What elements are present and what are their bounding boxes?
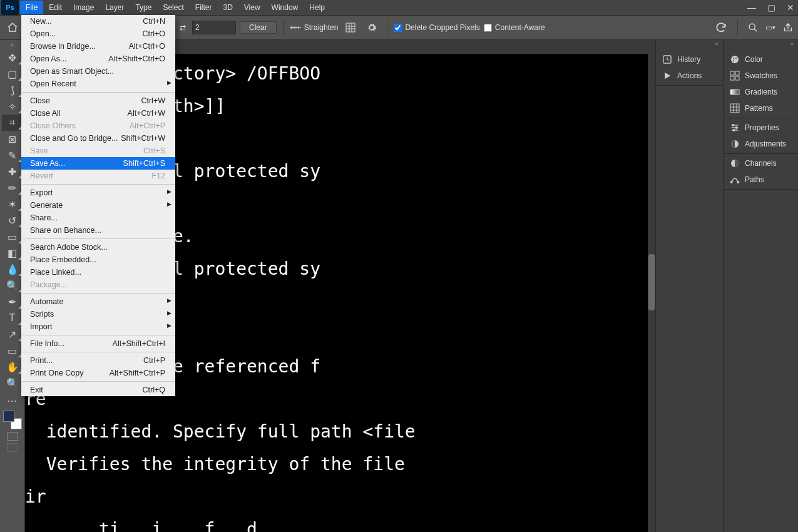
zoom-tool[interactable]: 🔍 bbox=[2, 375, 23, 391]
move-tool[interactable]: ✥ bbox=[2, 49, 23, 66]
right-panel-group-1: « HistoryActions bbox=[655, 40, 723, 532]
close-icon[interactable]: ✕ bbox=[787, 3, 794, 13]
search-icon[interactable] bbox=[748, 23, 758, 33]
vertical-scrollbar[interactable] bbox=[648, 54, 655, 532]
menuitem-import[interactable]: Import bbox=[21, 320, 175, 333]
clone-tool[interactable]: ✶ bbox=[2, 196, 23, 212]
menuitem-generate[interactable]: Generate bbox=[21, 199, 175, 212]
menuitem-exit[interactable]: ExitCtrl+Q bbox=[21, 384, 175, 396]
reset-icon[interactable] bbox=[715, 23, 727, 33]
menuitem-export[interactable]: Export bbox=[21, 187, 175, 199]
brush-tool[interactable]: ✏ bbox=[2, 180, 23, 196]
gradients-panel[interactable]: Gradients bbox=[724, 84, 798, 100]
titlebar: Ps FileEditImageLayerTypeSelectFilter3DV… bbox=[0, 0, 798, 15]
menuitem-close[interactable]: CloseCtrl+W bbox=[21, 95, 175, 107]
collapse-icon[interactable]: « bbox=[656, 40, 723, 50]
color-swatches[interactable] bbox=[3, 411, 22, 429]
properties-panel[interactable]: Properties bbox=[724, 120, 798, 136]
adjustments-panel[interactable]: Adjustments bbox=[724, 136, 798, 152]
menuitem-search-adobe-stock[interactable]: Search Adobe Stock... bbox=[21, 241, 175, 253]
menu-image[interactable]: Image bbox=[68, 1, 100, 14]
history-brush-tool[interactable]: ↺ bbox=[2, 212, 23, 228]
menuitem-browse-in-bridge[interactable]: Browse in Bridge...Alt+Ctrl+O bbox=[21, 40, 175, 53]
menu-file[interactable]: File bbox=[20, 1, 43, 14]
eraser-tool[interactable]: ▭ bbox=[2, 228, 23, 245]
menuitem-print-one-copy[interactable]: Print One CopyAlt+Shift+Ctrl+P bbox=[21, 367, 175, 379]
grid-icon[interactable] bbox=[342, 23, 359, 33]
menuitem-open-as-smart-object[interactable]: Open as Smart Object... bbox=[21, 65, 175, 78]
menuitem-open-recent[interactable]: Open Recent bbox=[21, 78, 175, 90]
svg-point-34 bbox=[733, 130, 735, 131]
swatches-panel[interactable]: Swatches bbox=[724, 68, 798, 84]
window-controls: — ▢ ✕ bbox=[747, 0, 794, 15]
content-aware-checkbox[interactable]: Content-Aware bbox=[484, 23, 545, 32]
menu-help[interactable]: Help bbox=[304, 1, 330, 14]
quickmask-icon[interactable] bbox=[7, 432, 18, 441]
frame-tool[interactable]: ⊠ bbox=[2, 131, 23, 147]
marquee-tool[interactable]: ▢ bbox=[2, 66, 23, 82]
screenmode-icon[interactable] bbox=[7, 443, 18, 452]
menuitem-new[interactable]: New...Ctrl+N bbox=[21, 15, 175, 28]
type-tool[interactable]: T bbox=[2, 310, 23, 326]
svg-rect-19 bbox=[730, 71, 734, 75]
home-icon[interactable] bbox=[4, 19, 21, 36]
edit-toolbar-icon[interactable]: ⋯ bbox=[7, 395, 18, 407]
paths-panel[interactable]: Paths bbox=[724, 171, 798, 188]
vector-icon bbox=[730, 175, 740, 185]
workspace-icon[interactable]: ▭▾ bbox=[765, 23, 775, 32]
color-panel[interactable]: Color bbox=[724, 51, 798, 68]
svg-point-16 bbox=[733, 58, 734, 59]
menu-select[interactable]: Select bbox=[157, 1, 189, 14]
path-tool[interactable]: ↗ bbox=[2, 326, 23, 342]
actions-panel[interactable]: Actions bbox=[656, 68, 723, 84]
patterns-panel[interactable]: Patterns bbox=[724, 100, 798, 116]
menuitem-place-linked[interactable]: Place Linked... bbox=[21, 266, 175, 279]
hand-tool[interactable]: ✋ bbox=[2, 359, 23, 375]
menuitem-share[interactable]: Share... bbox=[21, 212, 175, 224]
clear-button[interactable]: Clear bbox=[240, 21, 277, 34]
menuitem-file-info[interactable]: File Info...Alt+Shift+Ctrl+I bbox=[21, 337, 175, 350]
menuitem-open-as[interactable]: Open As...Alt+Shift+Ctrl+O bbox=[21, 53, 175, 65]
channels-panel[interactable]: Channels bbox=[724, 155, 798, 171]
dodge-tool[interactable]: 🔍 bbox=[2, 277, 23, 294]
play-icon bbox=[662, 71, 672, 81]
crop-tool[interactable]: ⌗ bbox=[2, 115, 23, 131]
rectangle-tool[interactable]: ▭ bbox=[2, 342, 23, 359]
magic-wand-tool[interactable]: ✧ bbox=[2, 98, 23, 115]
delete-cropped-checkbox[interactable]: Delete Cropped Pixels bbox=[394, 23, 479, 32]
ratio-height-input[interactable] bbox=[192, 21, 236, 34]
svg-point-33 bbox=[735, 127, 737, 129]
swap-icon[interactable]: ⇄ bbox=[176, 23, 190, 32]
menu-3d[interactable]: 3D bbox=[217, 1, 238, 14]
lasso-tool[interactable]: ⟆ bbox=[2, 82, 23, 98]
minimize-icon[interactable]: — bbox=[747, 3, 756, 13]
blur-tool[interactable]: 💧 bbox=[2, 261, 23, 277]
svg-rect-6 bbox=[346, 23, 355, 32]
menuitem-save-as[interactable]: Save As...Shift+Ctrl+S bbox=[21, 157, 175, 170]
gear-icon[interactable] bbox=[363, 23, 381, 33]
menu-window[interactable]: Window bbox=[266, 1, 304, 14]
eyedropper-tool[interactable]: ✎ bbox=[2, 147, 23, 163]
collapse-icon[interactable]: « bbox=[724, 40, 798, 50]
menu-layer[interactable]: Layer bbox=[100, 1, 130, 14]
menuitem-automate[interactable]: Automate bbox=[21, 295, 175, 308]
menuitem-place-embedded[interactable]: Place Embedded... bbox=[21, 253, 175, 266]
maximize-icon[interactable]: ▢ bbox=[767, 3, 775, 13]
menuitem-scripts[interactable]: Scripts bbox=[21, 308, 175, 320]
menuitem-open[interactable]: Open...Ctrl+O bbox=[21, 28, 175, 40]
menuitem-share-on-behance[interactable]: Share on Behance... bbox=[21, 224, 175, 237]
pen-tool[interactable]: ✒ bbox=[2, 294, 23, 310]
menuitem-print[interactable]: Print...Ctrl+P bbox=[21, 354, 175, 367]
menu-view[interactable]: View bbox=[238, 1, 266, 14]
straighten-icon[interactable]: Straighten bbox=[290, 23, 339, 32]
menu-type[interactable]: Type bbox=[130, 1, 157, 14]
menu-filter[interactable]: Filter bbox=[190, 1, 218, 14]
menuitem-close-all[interactable]: Close AllAlt+Ctrl+W bbox=[21, 107, 175, 120]
svg-point-37 bbox=[730, 182, 732, 183]
menuitem-close-and-go-to-bridge[interactable]: Close and Go to Bridge...Shift+Ctrl+W bbox=[21, 132, 175, 145]
healing-tool[interactable]: ✚ bbox=[2, 163, 23, 180]
history-panel[interactable]: History bbox=[656, 51, 723, 68]
share-icon[interactable] bbox=[783, 23, 793, 33]
menu-edit[interactable]: Edit bbox=[43, 1, 68, 14]
gradient-tool[interactable]: ◧ bbox=[2, 245, 23, 261]
